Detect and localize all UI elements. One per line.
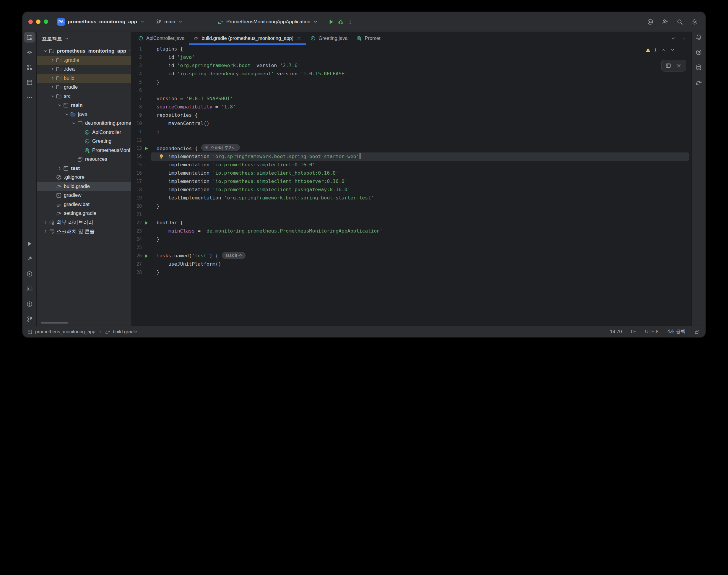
- code-text[interactable]: bootJar {: [151, 218, 689, 227]
- close-window-button[interactable]: [28, 20, 33, 24]
- inlay-hint[interactable]: Task it ->: [222, 252, 245, 259]
- ai-assistant-button[interactable]: [647, 19, 654, 25]
- horizontal-scrollbar[interactable]: [41, 322, 68, 324]
- code-text[interactable]: implementation 'org.springframework.boot…: [151, 153, 689, 161]
- chevron-right-icon[interactable]: [49, 58, 56, 63]
- gutter[interactable]: [142, 253, 151, 259]
- code-line[interactable]: 25: [131, 243, 691, 252]
- code-line[interactable]: 9repositories {: [131, 111, 691, 120]
- code-text[interactable]: dependencies {스타터 추가...: [151, 144, 689, 153]
- code-line[interactable]: 7version = '0.0.1-SNAPSHOT': [131, 95, 691, 103]
- code-line[interactable]: 27 useJUnitPlatform(): [131, 260, 691, 268]
- minimize-window-button[interactable]: [36, 20, 40, 24]
- tree-item[interactable]: 스크래치 및 콘솔: [37, 227, 131, 236]
- tree-item[interactable]: src: [37, 92, 131, 101]
- code-text[interactable]: testImplementation 'org.springframework.…: [151, 194, 689, 202]
- code-area[interactable]: 1plugins {2 id 'java'3 id 'org.springfra…: [131, 45, 691, 326]
- code-line[interactable]: 18 implementation 'io.prometheus:simplec…: [131, 185, 691, 194]
- code-line[interactable]: 20}: [131, 202, 691, 210]
- code-line[interactable]: 13dependencies {스타터 추가...: [131, 144, 691, 153]
- close-icon[interactable]: [676, 63, 682, 69]
- line-separator[interactable]: LF: [631, 329, 636, 335]
- notifications-tool-button[interactable]: [693, 32, 704, 42]
- code-line[interactable]: 15 implementation 'io.prometheus:simplec…: [131, 161, 691, 169]
- services-tool-button[interactable]: [24, 269, 35, 279]
- code-text[interactable]: [151, 86, 689, 95]
- run-config-name[interactable]: PrometheusMonitoringAppApplication: [226, 19, 310, 25]
- chevron-right-icon[interactable]: [42, 229, 49, 234]
- code-text[interactable]: }: [151, 235, 689, 243]
- code-line[interactable]: 26tasks.named('test') {Task it ->: [131, 252, 691, 260]
- code-line[interactable]: 23 mainClass = 'de.monitoring.prometheus…: [131, 227, 691, 235]
- tree-item[interactable]: java: [37, 110, 131, 119]
- editor-tab[interactable]: CPromet: [352, 32, 385, 45]
- hidden-tabs-button[interactable]: [671, 36, 676, 41]
- code-text[interactable]: plugins {: [151, 45, 689, 53]
- code-text[interactable]: tasks.named('test') {Task it ->: [151, 252, 689, 260]
- tree-item[interactable]: gradle: [37, 83, 131, 92]
- problems-tool-button[interactable]: [24, 299, 35, 309]
- code-text[interactable]: implementation 'io.prometheus:simpleclie…: [151, 161, 689, 169]
- code-text[interactable]: }: [151, 268, 689, 277]
- tree-item[interactable]: main: [37, 101, 131, 110]
- tree-item[interactable]: de.monitoring.prome: [37, 119, 131, 128]
- code-text[interactable]: version = '0.0.1-SNAPSHOT': [151, 95, 689, 103]
- run-gutter-icon[interactable]: [144, 146, 149, 151]
- tab-options-button[interactable]: [681, 36, 687, 41]
- unlock-icon[interactable]: [694, 329, 700, 335]
- chevron-right-icon[interactable]: [49, 67, 56, 71]
- project-selector[interactable]: PA prometheus_monitoring_app: [57, 18, 144, 26]
- tree-item[interactable]: test: [37, 164, 131, 173]
- more-run-actions-button[interactable]: [347, 19, 353, 25]
- chevron-down-icon[interactable]: [64, 112, 70, 117]
- code-line[interactable]: 6: [131, 86, 691, 95]
- project-tool-button[interactable]: [24, 32, 35, 42]
- code-line[interactable]: 10 mavenCentral(): [131, 120, 691, 128]
- project-panel-header[interactable]: 프로젝트: [37, 32, 131, 45]
- code-text[interactable]: [151, 210, 689, 218]
- code-line[interactable]: 17 implementation 'io.prometheus:simplec…: [131, 177, 691, 185]
- code-text[interactable]: sourceCompatibility = '1.8': [151, 103, 689, 111]
- tree-item[interactable]: gradlew: [37, 191, 131, 200]
- layout-icon[interactable]: [665, 63, 671, 69]
- run-gutter-icon[interactable]: [144, 253, 149, 259]
- tree-item[interactable]: prometheus_monitoring_app~/: [37, 47, 131, 56]
- chevron-down-icon[interactable]: [71, 121, 77, 126]
- breadcrumb-project[interactable]: prometheus_monitoring_app: [35, 329, 96, 335]
- editor-tab[interactable]: build.gradle (prometheus_monitoring_app): [189, 32, 306, 45]
- version-control-tool-button[interactable]: [24, 314, 35, 325]
- code-line[interactable]: 4 id 'io.spring.dependency-management' v…: [131, 70, 691, 78]
- code-line[interactable]: 12: [131, 136, 691, 144]
- code-with-me-button[interactable]: [662, 19, 668, 25]
- code-text[interactable]: useJUnitPlatform(): [151, 260, 689, 268]
- code-line[interactable]: 2 id 'java': [131, 53, 691, 62]
- structure-tool-button[interactable]: [24, 77, 35, 88]
- code-line[interactable]: 14 implementation 'org.springframework.b…: [131, 153, 691, 161]
- code-text[interactable]: implementation 'io.prometheus:simpleclie…: [151, 169, 689, 177]
- code-text[interactable]: implementation 'io.prometheus:simpleclie…: [151, 185, 689, 194]
- tree-item[interactable]: CApiController: [37, 128, 131, 137]
- chevron-down-icon[interactable]: [313, 20, 318, 24]
- tree-item[interactable]: .idea: [37, 65, 131, 74]
- tree-item[interactable]: CPrometheusMoni: [37, 146, 131, 155]
- code-line[interactable]: 19 testImplementation 'org.springframewo…: [131, 194, 691, 202]
- branch-selector[interactable]: main: [156, 19, 183, 25]
- editor-tab[interactable]: CGreeting.java: [306, 32, 352, 45]
- code-text[interactable]: }: [151, 202, 689, 210]
- next-problem-button[interactable]: [670, 47, 675, 52]
- editor-tab[interactable]: CApiController.java: [134, 32, 189, 45]
- code-line[interactable]: 16 implementation 'io.prometheus:simplec…: [131, 169, 691, 177]
- code-text[interactable]: implementation 'io.prometheus:simpleclie…: [151, 177, 689, 185]
- chevron-right-icon[interactable]: [42, 220, 49, 225]
- previous-problem-button[interactable]: [661, 47, 666, 52]
- inlay-hint[interactable]: 스타터 추가...: [201, 144, 240, 151]
- chevron-right-icon[interactable]: [49, 85, 56, 90]
- database-tool-button[interactable]: [693, 62, 704, 73]
- more-tool-button[interactable]: [24, 92, 35, 103]
- code-text[interactable]: }: [151, 128, 689, 136]
- chevron-right-icon[interactable]: [49, 76, 56, 81]
- chevron-down-icon[interactable]: [57, 103, 63, 107]
- code-line[interactable]: 1plugins {: [131, 45, 691, 53]
- build-tool-button[interactable]: [24, 253, 35, 264]
- code-text[interactable]: [151, 136, 689, 144]
